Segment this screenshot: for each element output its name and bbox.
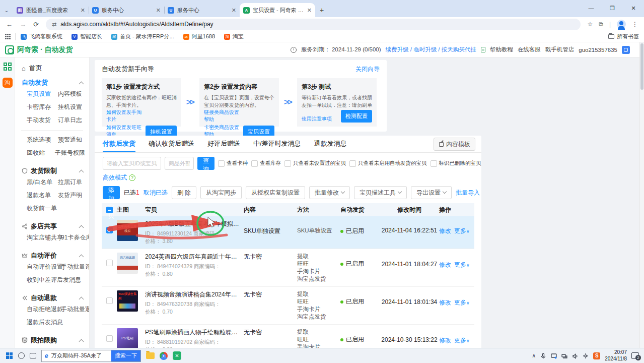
table-row[interactable]: 2024英语四六级历年真题近十年词汇听...ID： 849474024329 商… xyxy=(102,249,474,287)
sidebar-item[interactable]: 黑/白名单 xyxy=(27,178,54,187)
sidebar-item[interactable]: 发货声明 xyxy=(58,191,85,200)
notification-center-icon[interactable]: 2 xyxy=(631,352,639,359)
hidden-icons-chevron[interactable]: ∧ xyxy=(532,352,536,359)
step-help-link[interactable]: 链接类商品设置帮助 xyxy=(204,109,243,123)
sidebar-item[interactable]: 预警通知 xyxy=(58,136,85,144)
sidebar-item[interactable]: 订单日志 xyxy=(58,116,85,125)
new-tab-button[interactable]: + xyxy=(315,3,328,17)
filter-checkbox[interactable]: 只查看未设置过的宝贝 xyxy=(284,160,346,167)
tab-search-icon[interactable]: ⌄ xyxy=(0,3,13,17)
sidebar-item[interactable]: 自动拒绝退款 xyxy=(27,305,57,314)
edit-link[interactable]: 修改 xyxy=(439,299,451,306)
query-button[interactable]: 查 询 xyxy=(197,157,214,170)
outer-code-input[interactable] xyxy=(165,157,194,170)
sidebar-item[interactable]: 退款后发消息 xyxy=(27,318,57,327)
filter-checkbox[interactable]: 查看库存 xyxy=(251,160,281,167)
green-app-icon[interactable]: ✕ xyxy=(173,351,181,360)
bookmark-star-icon[interactable]: ☆ xyxy=(588,21,593,28)
tab-close-icon[interactable]: ✕ xyxy=(81,7,85,14)
dropdown-button[interactable]: 批量修改 xyxy=(309,186,350,199)
taobao-platform-icon[interactable]: 淘 xyxy=(3,78,13,88)
mobile-manage-link[interactable]: 戳手机管店 xyxy=(545,46,575,53)
action-button[interactable]: 从淘宝同步 xyxy=(200,186,242,199)
sidebar-item[interactable]: 收到中差评后发消息 xyxy=(27,276,85,284)
search-input[interactable] xyxy=(103,157,161,170)
taskbar-search-button[interactable]: 搜索一下 xyxy=(111,350,140,361)
network-icon[interactable] xyxy=(561,353,567,359)
site-info-icon[interactable]: ⇄ xyxy=(52,21,56,28)
page-scrollbar[interactable] xyxy=(639,42,644,348)
browser-tab[interactable]: A宝贝设置 - 阿奇索 · 自动发货✕ xyxy=(240,3,315,17)
browser-tab[interactable]: U服务中心✕ xyxy=(89,3,164,17)
sidebar-item[interactable]: 手动批量退款 xyxy=(61,305,90,314)
sidebar-collapse-icon[interactable]: ☰ xyxy=(22,336,27,344)
checkbox-icon[interactable] xyxy=(349,160,356,167)
taskbar-search-box[interactable]: e 万众期待歼-35A来了 搜索一下 xyxy=(41,350,141,362)
checkbox-icon[interactable] xyxy=(218,160,225,167)
address-bar[interactable]: ⇄ alds.agiso.com/aldstb/#/Autologistics/… xyxy=(46,19,581,30)
tab-好评后赠送[interactable]: 好评后赠送 xyxy=(207,136,240,152)
bookmark-item[interactable]: 淘淘宝 xyxy=(224,33,244,40)
sidebar-item[interactable]: 91卡券仓库 xyxy=(61,233,90,242)
row-checkbox[interactable] xyxy=(106,260,113,266)
add-item-button[interactable]: 添加宝贝 xyxy=(103,186,120,199)
more-link[interactable]: 更多∨ xyxy=(454,299,470,306)
step-action-button[interactable]: 检测配置 xyxy=(341,110,372,123)
taskbar-clock[interactable]: 20:07 2024/11/8 xyxy=(605,349,627,362)
bookmark-item[interactable]: V智能店长 xyxy=(71,33,102,40)
profile-avatar[interactable] xyxy=(617,20,626,29)
filter-checkbox[interactable]: 只查看未启用自动发货的宝贝 xyxy=(349,160,427,167)
username[interactable]: guo215357635 xyxy=(579,47,617,53)
bookmark-item[interactable]: 聚首页 - 聚水潭ERP分... xyxy=(111,33,174,40)
sidebar-item[interactable]: 系统选项 xyxy=(27,136,54,144)
file-explorer-icon[interactable] xyxy=(146,352,155,359)
checkbox-icon[interactable] xyxy=(251,160,258,167)
row-checkbox[interactable] xyxy=(106,335,113,342)
sidebar-item[interactable]: 收货前一单 xyxy=(27,204,57,213)
product-title[interactable]: 2025年A版B版五年高考三年模拟语数学... xyxy=(145,220,241,228)
sidebar-item[interactable]: 淘宝店铺共享 xyxy=(27,233,57,242)
action-button[interactable]: 从授权店复制设置 xyxy=(246,186,305,199)
help-tutorial-link[interactable]: 帮助教程 xyxy=(490,46,513,53)
more-link[interactable]: 更多∨ xyxy=(454,261,470,268)
sidebar-item[interactable]: 卡密库存 xyxy=(27,103,54,111)
task-view-icon[interactable] xyxy=(30,353,36,358)
remote-tool-icon[interactable] xyxy=(583,353,589,359)
efficient-mode[interactable]: 高效模式 ? xyxy=(95,170,481,182)
select-all-checkbox[interactable] xyxy=(106,207,113,213)
filter-checkbox[interactable]: 查看卡种 xyxy=(218,160,248,167)
tab-close-icon[interactable]: ✕ xyxy=(232,7,236,14)
tab-退款发消息[interactable]: 退款发消息 xyxy=(314,136,347,152)
browser-tab[interactable]: U服务中心✕ xyxy=(164,3,240,17)
sidebar-item[interactable]: 子账号权限 xyxy=(55,149,85,157)
sogou-input-icon[interactable]: S xyxy=(593,352,600,359)
screen-share-icon[interactable] xyxy=(551,353,557,359)
speaker-icon[interactable] xyxy=(572,353,578,359)
product-title[interactable]: 2024英语四六级历年真题近十年词汇听... xyxy=(145,253,241,261)
action-button[interactable]: 删 除 xyxy=(172,186,196,199)
bookmark-item[interactable]: 飞飞鸽客服系统 xyxy=(21,33,62,40)
forward-icon[interactable]: → xyxy=(20,21,26,28)
sidebar-item[interactable]: 内容模板 xyxy=(58,90,85,98)
step-help-link[interactable]: 使用注意事项 xyxy=(302,115,332,123)
sidebar-item[interactable]: 拉黑订单 xyxy=(58,178,85,187)
product-title[interactable]: PS笔刷厚涂插画人物手绘颗粒噪点素描p... xyxy=(145,328,241,337)
sidebar-item[interactable]: 宝贝设置 xyxy=(27,90,54,98)
upgrade-links[interactable]: 续费升级 / 临时升级 / 按天购买代挂 xyxy=(386,46,476,53)
checkbox-icon[interactable] xyxy=(431,160,437,167)
content-template-button[interactable]: 内容模板 xyxy=(434,138,475,151)
microphone-icon[interactable] xyxy=(540,353,546,359)
online-service-link[interactable]: 在线客服 xyxy=(518,46,541,53)
sidebar-item[interactable]: 挂机设置 xyxy=(58,103,85,111)
row-checkbox[interactable] xyxy=(106,297,113,304)
more-link[interactable]: 更多∨ xyxy=(454,337,470,344)
aqiso-grid-icon[interactable] xyxy=(4,63,12,71)
chrome-icon[interactable] xyxy=(160,352,168,360)
tab-close-icon[interactable]: ✕ xyxy=(156,7,161,14)
sidebar-item[interactable]: 回收站 xyxy=(27,149,51,157)
help-question-icon[interactable]: ? xyxy=(129,174,135,181)
header-app-icon[interactable] xyxy=(622,46,630,54)
close-button[interactable]: ✕ xyxy=(623,5,644,12)
apps-grid-icon[interactable] xyxy=(5,34,11,40)
cancel-selection-link[interactable]: 取消已选 xyxy=(144,189,168,197)
